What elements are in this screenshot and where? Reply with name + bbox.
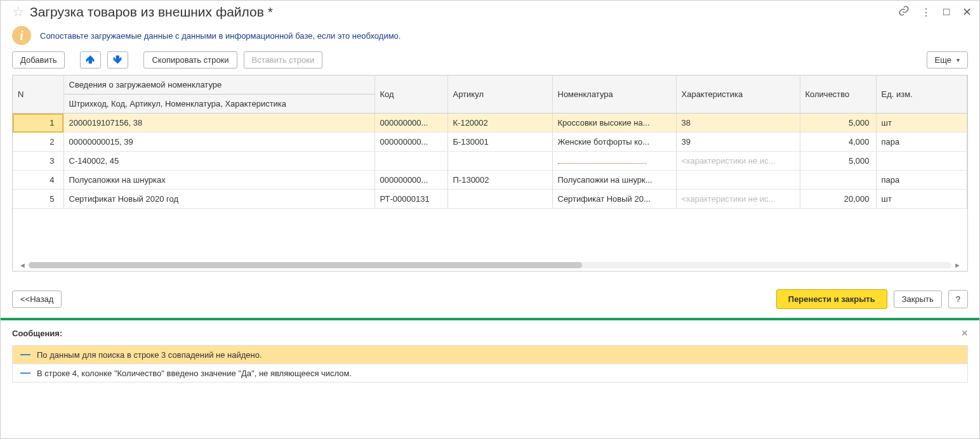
- messages-close-icon[interactable]: ×: [961, 327, 968, 340]
- move-up-button[interactable]: 🡹: [80, 51, 101, 69]
- cell-n[interactable]: 4: [13, 171, 63, 190]
- cell-code[interactable]: 000000000...: [374, 133, 447, 152]
- info-icon: i: [12, 26, 31, 45]
- cell-code[interactable]: 000000000...: [374, 114, 447, 133]
- toolbar: Добавить 🡹 🡻 Скопировать строки Вставить…: [1, 51, 979, 75]
- paste-rows-button[interactable]: Вставить строки: [244, 51, 323, 69]
- cell-nomenclature[interactable]: Женские ботфорты ко...: [552, 133, 676, 152]
- cell-unit[interactable]: шт: [876, 190, 967, 209]
- close-button[interactable]: Закрыть: [894, 291, 942, 308]
- cell-nomenclature[interactable]: [552, 152, 676, 171]
- cell-article[interactable]: [447, 152, 552, 171]
- transfer-and-close-button[interactable]: Перенести и закрыть: [776, 289, 887, 309]
- col-header-n[interactable]: N: [13, 75, 63, 114]
- message-dash-icon: —: [20, 350, 30, 360]
- cell-characteristic[interactable]: <характеристики не ис...: [676, 152, 800, 171]
- cell-info[interactable]: 2000019107156, 38: [63, 114, 374, 133]
- cell-characteristic[interactable]: <характеристики не ис...: [676, 190, 800, 209]
- col-subheader-info[interactable]: Штрихкод, Код, Артикул, Номенклатура, Ха…: [63, 95, 374, 114]
- scroll-right-icon[interactable]: ►: [951, 261, 963, 269]
- cell-article[interactable]: П-130002: [447, 171, 552, 190]
- scroll-left-icon[interactable]: ◄: [17, 261, 29, 269]
- titlebar: ☆ Загрузка товаров из внешних файлов * ⋮…: [1, 1, 979, 22]
- favorite-star-icon[interactable]: ☆: [12, 5, 25, 19]
- more-button[interactable]: Еще▾: [927, 51, 968, 69]
- col-header-nomenclature[interactable]: Номенклатура: [552, 75, 676, 114]
- cell-info[interactable]: С-140002, 45: [63, 152, 374, 171]
- col-header-unit[interactable]: Ед. изм.: [876, 75, 967, 114]
- info-text: Сопоставьте загружаемые данные с данными…: [40, 31, 401, 41]
- message-text: В строке 4, колонке "Количество" введено…: [37, 369, 352, 378]
- cell-article[interactable]: Б-130001: [447, 133, 552, 152]
- col-header-code[interactable]: Код: [374, 75, 447, 114]
- col-header-characteristic[interactable]: Характеристика: [676, 75, 800, 114]
- cell-quantity[interactable]: 20,000: [800, 190, 876, 209]
- move-down-button[interactable]: 🡻: [107, 51, 128, 69]
- copy-rows-button[interactable]: Скопировать строки: [143, 51, 237, 69]
- cell-info[interactable]: 00000000015, 39: [63, 133, 374, 152]
- table-row[interactable]: 3С-140002, 45<характеристики не ис...5,0…: [13, 152, 967, 171]
- cell-characteristic[interactable]: 38: [676, 114, 800, 133]
- message-text: По данным для поиска в строке 3 совпаден…: [37, 350, 262, 360]
- cell-article[interactable]: [447, 190, 552, 209]
- arrow-up-icon: 🡹: [86, 55, 95, 65]
- more-label: Еще: [935, 55, 951, 65]
- back-button[interactable]: <<Назад: [12, 291, 62, 308]
- arrow-down-icon: 🡻: [113, 55, 122, 65]
- cell-unit[interactable]: пара: [876, 171, 967, 190]
- cell-unit[interactable]: [876, 152, 967, 171]
- cell-characteristic[interactable]: [676, 171, 800, 190]
- help-button[interactable]: ?: [948, 290, 968, 308]
- col-header-info[interactable]: Сведения о загружаемой номенклатуре: [63, 75, 374, 95]
- cell-quantity[interactable]: [800, 171, 876, 190]
- cell-code[interactable]: [374, 152, 447, 171]
- table-row[interactable]: 200000000015, 39000000000...Б-130001Женс…: [13, 133, 967, 152]
- data-table: N Сведения о загружаемой номенклатуре Ко…: [12, 75, 968, 272]
- cell-quantity[interactable]: 4,000: [800, 133, 876, 152]
- message-row[interactable]: —В строке 4, колонке "Количество" введен…: [12, 364, 968, 383]
- cell-info[interactable]: Полусапожки на шнурках: [63, 171, 374, 190]
- cell-nomenclature[interactable]: Кроссовки высокие на...: [552, 114, 676, 133]
- close-icon[interactable]: ✕: [962, 5, 972, 19]
- col-header-quantity[interactable]: Количество: [800, 75, 876, 114]
- scrollbar-track[interactable]: [29, 262, 951, 268]
- maximize-icon[interactable]: ☐: [943, 7, 951, 17]
- cell-unit[interactable]: шт: [876, 114, 967, 133]
- footer-bar: <<Назад Перенести и закрыть Закрыть ?: [1, 272, 979, 318]
- table-row[interactable]: 5Сертификат Новый 2020 годРТ-00000131Сер…: [13, 190, 967, 209]
- cell-quantity[interactable]: 5,000: [800, 152, 876, 171]
- cell-article[interactable]: К-120002: [447, 114, 552, 133]
- cell-n[interactable]: 3: [13, 152, 63, 171]
- info-banner: i Сопоставьте загружаемые данные с данны…: [1, 22, 979, 51]
- table-row[interactable]: 4Полусапожки на шнурках000000000...П-130…: [13, 171, 967, 190]
- messages-title: Сообщения:: [12, 329, 62, 338]
- cell-quantity[interactable]: 5,000: [800, 114, 876, 133]
- cell-nomenclature[interactable]: Сертификат Новый 20...: [552, 190, 676, 209]
- cell-n[interactable]: 1: [13, 114, 63, 133]
- message-row[interactable]: —По данным для поиска в строке 3 совпаде…: [12, 346, 968, 364]
- window-title: Загрузка товаров из внешних файлов *: [30, 4, 898, 20]
- scrollbar-thumb[interactable]: [29, 262, 583, 268]
- caret-down-icon: ▾: [957, 56, 960, 63]
- cell-nomenclature[interactable]: Полусапожки на шнурк...: [552, 171, 676, 190]
- messages-panel: Сообщения: × —По данным для поиска в стр…: [1, 320, 979, 385]
- horizontal-scrollbar[interactable]: ◄ ►: [13, 259, 967, 271]
- table-row[interactable]: 12000019107156, 38000000000...К-120002Кр…: [13, 114, 967, 133]
- cell-n[interactable]: 5: [13, 190, 63, 209]
- cell-info[interactable]: Сертификат Новый 2020 год: [63, 190, 374, 209]
- cell-code[interactable]: РТ-00000131: [374, 190, 447, 209]
- cell-n[interactable]: 2: [13, 133, 63, 152]
- link-icon[interactable]: [898, 5, 910, 19]
- cell-code[interactable]: 000000000...: [374, 171, 447, 190]
- kebab-menu-icon[interactable]: ⋮: [921, 6, 931, 18]
- message-dash-icon: —: [20, 368, 30, 378]
- cell-characteristic[interactable]: 39: [676, 133, 800, 152]
- add-button[interactable]: Добавить: [12, 51, 65, 69]
- cell-unit[interactable]: пара: [876, 133, 967, 152]
- col-header-article[interactable]: Артикул: [447, 75, 552, 114]
